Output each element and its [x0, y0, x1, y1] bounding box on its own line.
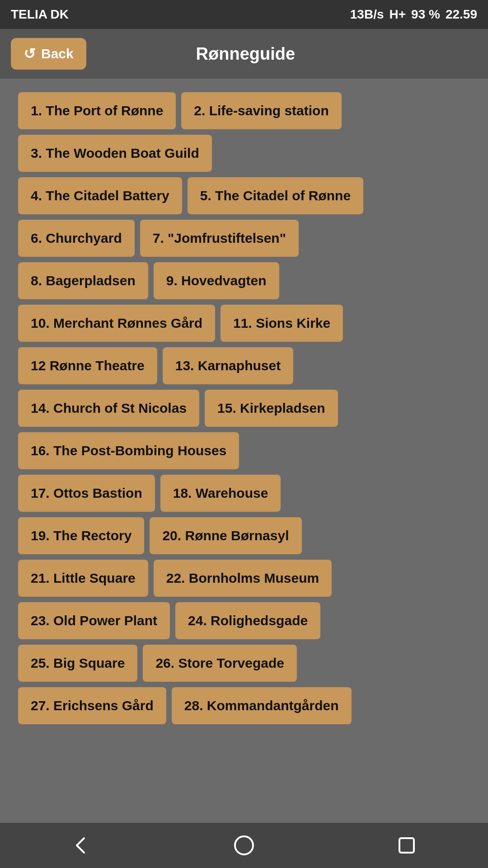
- guide-item[interactable]: 7. "Jomfrustiftelsen": [140, 220, 299, 257]
- guide-row: 25. Big Square26. Store Torvegade: [18, 645, 470, 682]
- guide-item[interactable]: 11. Sions Kirke: [221, 305, 343, 342]
- back-label: Back: [41, 46, 74, 61]
- guide-item[interactable]: 9. Hovedvagten: [154, 262, 279, 299]
- guide-row: 14. Church of St Nicolas15. Kirkepladsen: [18, 390, 470, 427]
- guide-item[interactable]: 25. Big Square: [18, 645, 137, 682]
- guide-item[interactable]: 28. Kommandantgården: [172, 687, 352, 724]
- guide-item[interactable]: 20. Rønne Børnasyl: [150, 517, 301, 554]
- guide-row: 16. The Post-Bombing Houses: [18, 432, 470, 469]
- guide-item[interactable]: 18. Warehouse: [160, 475, 281, 512]
- guide-item[interactable]: 16. The Post-Bombing Houses: [18, 432, 239, 469]
- carrier-text: TELIA DK: [11, 7, 69, 22]
- guide-item[interactable]: 5. The Citadel of Rønne: [188, 177, 363, 214]
- guide-row: 17. Ottos Bastion18. Warehouse: [18, 475, 470, 512]
- guide-item[interactable]: 14. Church of St Nicolas: [18, 390, 199, 427]
- guide-item[interactable]: 2. Life-saving station: [181, 92, 341, 129]
- page-title: Rønneguide: [86, 44, 405, 64]
- guide-item[interactable]: 4. The Citadel Battery: [18, 177, 182, 214]
- guide-item[interactable]: 3. The Wooden Boat Guild: [18, 135, 212, 172]
- back-button[interactable]: ↺ Back: [11, 38, 86, 70]
- navigation-bar: [0, 823, 488, 868]
- status-bar: TELIA DK 13B/s H+ 93 % 22.59: [0, 0, 488, 29]
- guide-item[interactable]: 12 Rønne Theatre: [18, 347, 157, 384]
- guide-row: 19. The Rectory20. Rønne Børnasyl: [18, 517, 470, 554]
- svg-point-0: [235, 836, 253, 854]
- guide-row: 23. Old Power Plant24. Rolighedsgade: [18, 602, 470, 639]
- guide-row: 8. Bagerpladsen9. Hovedvagten: [18, 262, 470, 299]
- app-header: ↺ Back Rønneguide: [0, 29, 488, 79]
- nav-home-button[interactable]: [232, 834, 256, 857]
- guide-item[interactable]: 6. Churchyard: [18, 220, 135, 257]
- guide-item[interactable]: 8. Bagerpladsen: [18, 262, 148, 299]
- guide-row: 6. Churchyard7. "Jomfrustiftelsen": [18, 220, 470, 257]
- guide-row: 4. The Citadel Battery5. The Citadel of …: [18, 177, 470, 214]
- guide-item[interactable]: 17. Ottos Bastion: [18, 475, 155, 512]
- guide-row: 3. The Wooden Boat Guild: [18, 135, 470, 172]
- status-bar-right: 13B/s H+ 93 % 22.59: [350, 7, 477, 22]
- guide-item[interactable]: 15. Kirkepladsen: [205, 390, 338, 427]
- guide-item[interactable]: 26. Store Torvegade: [143, 645, 297, 682]
- guide-item[interactable]: 1. The Port of Rønne: [18, 92, 176, 129]
- guide-item[interactable]: 27. Erichsens Gård: [18, 687, 166, 724]
- guide-item[interactable]: 23. Old Power Plant: [18, 602, 170, 639]
- guide-item[interactable]: 13. Karnaphuset: [163, 347, 293, 384]
- guide-row: 27. Erichsens Gård28. Kommandantgården: [18, 687, 470, 724]
- guide-row: 1. The Port of Rønne2. Life-saving stati…: [18, 92, 470, 129]
- guide-item[interactable]: 24. Rolighedsgade: [175, 602, 320, 639]
- guide-item[interactable]: 22. Bornholms Museum: [154, 560, 332, 597]
- back-arrow-icon: ↺: [23, 45, 36, 62]
- nav-back-button[interactable]: [70, 834, 93, 857]
- guide-item[interactable]: 10. Merchant Rønnes Gård: [18, 305, 215, 342]
- time-display: 22.59: [446, 7, 477, 22]
- guide-row: 12 Rønne Theatre13. Karnaphuset: [18, 347, 470, 384]
- nav-recents-button[interactable]: [395, 834, 418, 857]
- guide-list: 1. The Port of Rønne2. Life-saving stati…: [0, 79, 488, 823]
- network-speed: 13B/s: [350, 7, 384, 22]
- guide-row: 10. Merchant Rønnes Gård11. Sions Kirke: [18, 305, 470, 342]
- svg-rect-1: [399, 838, 414, 853]
- battery-level: 93 %: [411, 7, 440, 22]
- guide-item[interactable]: 19. The Rectory: [18, 517, 144, 554]
- guide-item[interactable]: 21. Little Square: [18, 560, 148, 597]
- guide-row: 21. Little Square22. Bornholms Museum: [18, 560, 470, 597]
- signal-type: H+: [389, 7, 406, 22]
